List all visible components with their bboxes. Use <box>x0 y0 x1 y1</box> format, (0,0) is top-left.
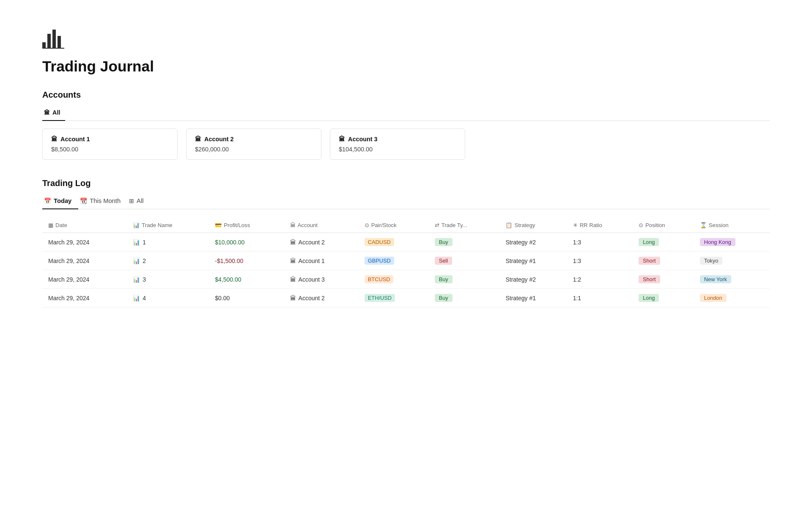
cell-pair-2: BTCUSD <box>359 270 429 289</box>
page-title: Trading Journal <box>42 58 770 75</box>
bank-icon-1: 🏛 <box>51 136 57 143</box>
trade-icon-3: 📊 <box>133 295 140 301</box>
position-badge-3: Long <box>639 294 659 302</box>
svg-rect-2 <box>52 30 56 49</box>
accounts-tab-bar: 🏛 All <box>42 106 770 121</box>
calendar-grid-icon: 📆 <box>80 197 87 204</box>
cell-session-3: London <box>694 289 770 307</box>
tab-this-month[interactable]: 📆 This Month <box>78 194 127 209</box>
cell-session-1: Tokyo <box>694 252 770 270</box>
session-badge-3: London <box>700 294 727 302</box>
table-row[interactable]: March 29, 2024 📊 1 $10,000.00 🏛 Account … <box>42 233 770 252</box>
col-trade-name: 📊 Trade Name <box>127 218 209 233</box>
tab-today[interactable]: 📅 Today <box>42 194 78 209</box>
session-badge-0: Hong Kong <box>700 238 735 246</box>
account-card-2-title: 🏛 Account 2 <box>195 136 313 143</box>
hourglass-col-icon: ⌛ <box>700 222 707 228</box>
cell-session-2: New York <box>694 270 770 289</box>
cell-pair-0: CADUSD <box>359 233 429 252</box>
cell-strategy-0: Strategy #2 <box>499 233 567 252</box>
col-position: ⊙ Position <box>633 218 694 233</box>
cell-session-0: Hong Kong <box>694 233 770 252</box>
chart-col-icon: 📊 <box>133 222 140 228</box>
trading-log-table: ▦ Date 📊 Trade Name 💳 Profit/Loss <box>42 218 770 307</box>
cell-trade-name-1: 📊 2 <box>127 252 209 270</box>
accounts-section-title: Accounts <box>42 90 770 100</box>
cell-account-0: 🏛 Account 2 <box>284 233 359 252</box>
accounts-grid: 🏛 Account 1 $8,500.00 🏛 Account 2 $260,0… <box>42 129 770 160</box>
col-rr-ratio: ✳ RR Ratio <box>567 218 633 233</box>
bank-cell-icon-2: 🏛 <box>290 276 296 283</box>
col-trade-type: ⇄ Trade Ty... <box>429 218 500 233</box>
type-badge-1: Sell <box>435 257 452 265</box>
accounts-tab-all[interactable]: 🏛 All <box>42 106 65 121</box>
table-row[interactable]: March 29, 2024 📊 2 -$1,500.00 🏛 Account … <box>42 252 770 270</box>
clock-col-icon: ⊙ <box>365 222 369 228</box>
trading-log-tab-bar: 📅 Today 📆 This Month ⊞ All <box>42 194 770 209</box>
pair-badge-3: ETH/USD <box>365 294 395 302</box>
table-header-row: ▦ Date 📊 Trade Name 💳 Profit/Loss <box>42 218 770 233</box>
cell-trade-name-0: 📊 1 <box>127 233 209 252</box>
cell-trade-type-1: Sell <box>429 252 500 270</box>
type-badge-3: Buy <box>435 294 453 302</box>
cell-account-1: 🏛 Account 1 <box>284 252 359 270</box>
account-card-2-value: $260,000.00 <box>195 146 313 153</box>
tab-all[interactable]: ⊞ All <box>127 194 150 209</box>
col-pair-stock: ⊙ Pair/Stock <box>359 218 429 233</box>
account-card-2[interactable]: 🏛 Account 2 $260,000.00 <box>186 129 321 160</box>
time-col-icon: ⊙ <box>639 222 643 228</box>
pair-badge-1: GBPUSD <box>365 257 394 265</box>
cell-trade-name-2: 📊 3 <box>127 270 209 289</box>
trade-icon-1: 📊 <box>133 258 140 264</box>
arrows-col-icon: ⇄ <box>435 222 439 228</box>
cell-strategy-1: Strategy #1 <box>499 252 567 270</box>
pair-badge-2: BTCUSD <box>365 275 394 283</box>
cell-rr-1: 1:3 <box>567 252 633 270</box>
calendar-col-icon: ▦ <box>48 222 53 228</box>
col-strategy: 📋 Strategy <box>499 218 567 233</box>
cell-position-1: Short <box>633 252 694 270</box>
accounts-tab-all-label: All <box>52 109 60 116</box>
col-session: ⌛ Session <box>694 218 770 233</box>
cell-rr-2: 1:2 <box>567 270 633 289</box>
trade-icon-0: 📊 <box>133 239 140 246</box>
trading-log-section: Trading Log 📅 Today 📆 This Month ⊞ All ▦… <box>42 178 770 307</box>
position-badge-2: Short <box>639 275 660 283</box>
cell-trade-name-3: 📊 4 <box>127 289 209 307</box>
cell-profit-1: -$1,500.00 <box>209 252 284 270</box>
cell-strategy-2: Strategy #2 <box>499 270 567 289</box>
cell-pair-3: ETH/USD <box>359 289 429 307</box>
cell-date-0: March 29, 2024 <box>42 233 127 252</box>
tab-today-label: Today <box>54 197 71 204</box>
col-date: ▦ Date <box>42 218 127 233</box>
table-row[interactable]: March 29, 2024 📊 4 $0.00 🏛 Account 2 ETH… <box>42 289 770 307</box>
account-card-3-title: 🏛 Account 3 <box>339 136 456 143</box>
cell-profit-0: $10,000.00 <box>209 233 284 252</box>
account-card-1[interactable]: 🏛 Account 1 $8,500.00 <box>42 129 178 160</box>
cell-date-1: March 29, 2024 <box>42 252 127 270</box>
bank-icon-3: 🏛 <box>339 136 345 143</box>
position-badge-1: Short <box>639 257 660 265</box>
tab-all-label: All <box>137 197 143 204</box>
trade-icon-2: 📊 <box>133 276 140 283</box>
cell-trade-type-2: Buy <box>429 270 500 289</box>
logo-icon <box>42 25 770 58</box>
type-badge-2: Buy <box>435 275 453 283</box>
cell-trade-type-0: Buy <box>429 233 500 252</box>
cell-strategy-3: Strategy #1 <box>499 289 567 307</box>
cell-rr-0: 1:3 <box>567 233 633 252</box>
cell-profit-3: $0.00 <box>209 289 284 307</box>
bank-icon-tab: 🏛 <box>44 110 50 116</box>
account-card-3[interactable]: 🏛 Account 3 $104,500.00 <box>330 129 465 160</box>
svg-rect-4 <box>42 48 64 49</box>
table-row[interactable]: March 29, 2024 📊 3 $4,500.00 🏛 Account 3… <box>42 270 770 289</box>
account-card-3-value: $104,500.00 <box>339 146 456 153</box>
col-profit-loss: 💳 Profit/Loss <box>209 218 284 233</box>
gear-col-icon: ✳ <box>573 222 578 228</box>
session-badge-2: New York <box>700 275 731 283</box>
svg-rect-3 <box>58 36 61 49</box>
svg-rect-1 <box>47 34 51 49</box>
cell-position-0: Long <box>633 233 694 252</box>
account-card-1-title: 🏛 Account 1 <box>51 136 169 143</box>
bank-cell-icon-0: 🏛 <box>290 239 296 246</box>
